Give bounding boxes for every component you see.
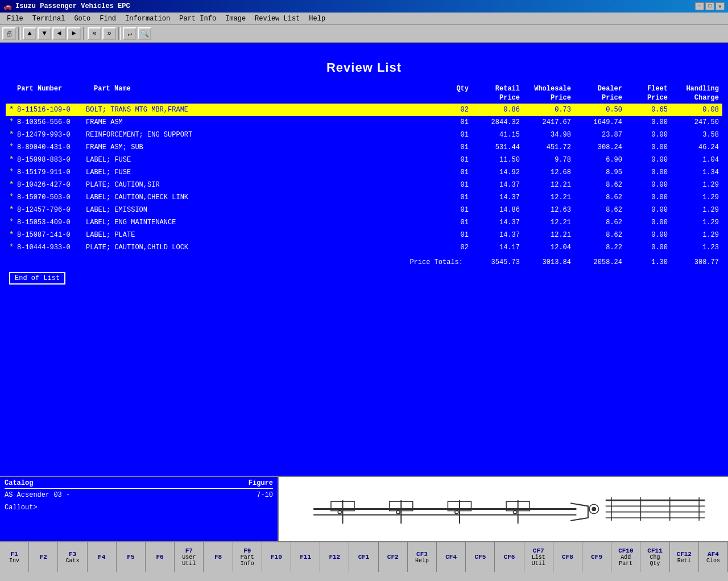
menu-file[interactable]: File <box>2 14 28 24</box>
fkey-cf6[interactable]: CF6 <box>495 542 524 572</box>
row-handling: 0.08 <box>668 106 719 114</box>
row-retail: 14.86 <box>469 206 520 214</box>
title-bar: 🚗 Isuzu Passenger Vehicles EPC − □ ✕ <box>0 0 728 13</box>
fkey-f9[interactable]: F9PartInfo <box>233 542 262 572</box>
col-header-wholesale: WholesalePrice <box>520 85 571 102</box>
menu-information[interactable]: Information <box>121 14 175 24</box>
nav-down-button[interactable]: ▼ <box>38 27 51 40</box>
table-row[interactable]: * 8-15070-503-0 LABEL; CAUTION,CHECK LIN… <box>6 191 722 204</box>
row-dealer: 6.90 <box>571 156 622 164</box>
nav-right-button[interactable]: ► <box>67 27 81 40</box>
row-wholesale: 12.21 <box>520 231 571 239</box>
row-handling: 1.29 <box>668 231 719 239</box>
nav-last-button[interactable]: » <box>102 27 116 40</box>
callout-label[interactable]: Callout> <box>5 504 273 512</box>
close-button[interactable]: ✕ <box>715 2 725 10</box>
row-qty: 01 <box>437 206 469 214</box>
row-dealer: 8.62 <box>571 206 622 214</box>
menu-find[interactable]: Find <box>95 14 121 24</box>
row-part-name: FRAME ASM <box>86 118 437 126</box>
row-fleet: 0.00 <box>622 181 668 189</box>
row-qty: 02 <box>437 244 469 252</box>
nav-up-button[interactable]: ▲ <box>23 27 36 40</box>
col-header-qty: Qty <box>437 85 469 102</box>
fkey-cf11[interactable]: CF11ChgQty <box>640 542 669 572</box>
row-fleet: 0.00 <box>622 156 668 164</box>
search-button[interactable]: 🔍 <box>138 27 151 40</box>
table-row[interactable]: * 8-15179-911-0 LABEL; FUSE 01 14.92 12.… <box>6 166 722 179</box>
enter-button[interactable]: ↵ <box>123 27 136 40</box>
catalog-header-label: Catalog <box>5 479 33 487</box>
table-header: Part Number Part Name Qty RetailPrice Wh… <box>6 84 722 104</box>
fkey-cf4[interactable]: CF4 <box>437 542 466 572</box>
fkey-f6[interactable]: F6 <box>146 542 175 572</box>
fkey-f11[interactable]: F11 <box>291 542 320 572</box>
menu-terminal[interactable]: Terminal <box>28 14 70 24</box>
fkey-f8[interactable]: F8 <box>204 542 233 572</box>
maximize-button[interactable]: □ <box>705 2 714 10</box>
table-row[interactable]: * 8-10356-556-0 FRAME ASM 01 2844.32 241… <box>6 116 722 129</box>
row-handling: 247.50 <box>668 118 719 126</box>
totals-handling: 308.77 <box>668 258 719 266</box>
table-row[interactable]: * 8-15098-883-0 LABEL; FUSE 01 11.50 9.7… <box>6 154 722 166</box>
menu-help[interactable]: Help <box>304 14 330 24</box>
fkey-cf3[interactable]: CF3Help <box>408 542 437 572</box>
table-row[interactable]: * 8-11516-109-0 BOLT; TRANS MTG MBR,FRAM… <box>6 104 722 116</box>
row-part-number: 8-15179-911-0 <box>17 168 86 176</box>
fkey-cf10[interactable]: CF10AddPart <box>611 542 640 572</box>
fkey-cf2[interactable]: CF2 <box>379 542 408 572</box>
fkey-cf12[interactable]: CF12Retl <box>670 542 699 572</box>
menu-image[interactable]: Image <box>221 14 250 24</box>
row-fleet: 0.00 <box>622 206 668 214</box>
fkey-f12[interactable]: F12 <box>320 542 349 572</box>
row-fleet: 0.65 <box>622 106 668 114</box>
row-star: * <box>9 105 17 114</box>
catalog-value: AS Acsender 03 - <box>5 491 70 499</box>
table-row[interactable]: * 8-15053-409-0 LABEL; ENG MAINTENANCE 0… <box>6 216 722 229</box>
table-row[interactable]: * 8-10444-933-0 PLATE; CAUTION,CHILD LOC… <box>6 241 722 254</box>
row-star: * <box>9 155 17 164</box>
row-retail: 14.37 <box>469 181 520 189</box>
table-row[interactable]: * 8-12457-796-0 LABEL; EMISSION 01 14.86… <box>6 204 722 216</box>
fkey-cf7[interactable]: CF7ListUtil <box>524 542 553 572</box>
row-handling: 1.29 <box>668 193 719 201</box>
row-qty: 01 <box>437 143 469 151</box>
fkey-f7[interactable]: F7UserUtil <box>175 542 204 572</box>
catalog-panel: Catalog Figure AS Acsender 03 - 7-10 Cal… <box>0 477 279 541</box>
table-row[interactable]: * 8-89040-431-0 FRAME ASM; SUB 01 531.44… <box>6 141 722 154</box>
row-star: * <box>9 118 17 127</box>
fkey-af4[interactable]: AF4Clos <box>699 542 728 572</box>
row-handling: 1.34 <box>668 168 719 176</box>
table-row[interactable]: * 8-15087-141-0 LABEL; PLATE 01 14.37 12… <box>6 229 722 241</box>
nav-left-button[interactable]: ◄ <box>52 27 66 40</box>
minimize-button[interactable]: − <box>695 2 704 10</box>
row-star: * <box>9 230 17 240</box>
main-content: Review List Part Number Part Name Qty Re… <box>0 43 728 476</box>
table-row[interactable]: * 8-10426-427-0 PLATE; CAUTION,SIR 01 14… <box>6 179 722 191</box>
row-fleet: 0.00 <box>622 244 668 252</box>
menu-review-list[interactable]: Review List <box>250 14 304 24</box>
fkey-f3[interactable]: F3Catx <box>58 542 87 572</box>
totals-wholesale: 3013.84 <box>520 258 571 266</box>
fkey-f10[interactable]: F10 <box>262 542 291 572</box>
fkey-cf5[interactable]: CF5 <box>466 542 495 572</box>
row-handling: 1.29 <box>668 206 719 214</box>
fkey-cf9[interactable]: CF9 <box>582 542 611 572</box>
row-qty: 01 <box>437 156 469 164</box>
menu-goto[interactable]: Goto <box>69 14 95 24</box>
table-row[interactable]: * 8-12479-993-0 REINFORCEMENT; ENG SUPPO… <box>6 129 722 141</box>
menu-part-info[interactable]: Part Info <box>175 14 221 24</box>
row-handling: 1.23 <box>668 244 719 252</box>
fkey-cf1[interactable]: CF1 <box>349 542 378 572</box>
fkey-f5[interactable]: F5 <box>117 542 146 572</box>
row-wholesale: 12.21 <box>520 181 571 189</box>
row-wholesale: 12.21 <box>520 219 571 226</box>
fkey-f2[interactable]: F2 <box>29 542 58 572</box>
fkey-f4[interactable]: F4 <box>88 542 117 572</box>
print-button[interactable]: 🖨 <box>2 27 16 40</box>
totals-fleet: 1.30 <box>622 258 668 266</box>
fkey-cf8[interactable]: CF8 <box>553 542 582 572</box>
fkey-f1[interactable]: F1Inv <box>0 542 29 572</box>
nav-first-button[interactable]: « <box>88 27 101 40</box>
totals-dealer: 2058.24 <box>571 258 622 266</box>
